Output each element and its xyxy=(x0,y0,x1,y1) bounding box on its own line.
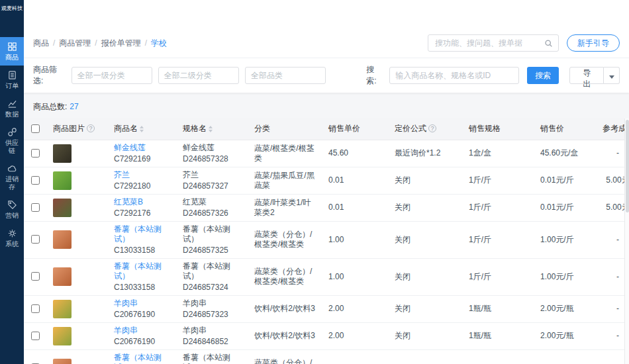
vertical-scrollbar[interactable] xyxy=(624,118,629,364)
help-icon[interactable]: ? xyxy=(87,124,95,132)
product-thumbnail[interactable] xyxy=(53,267,72,286)
breadcrumb-item[interactable]: 商品管理 xyxy=(59,38,91,48)
orders-icon xyxy=(7,70,17,80)
export-dropdown-button[interactable] xyxy=(604,67,620,84)
product-thumbnail[interactable] xyxy=(53,144,72,163)
unit-price-cell: 1.00 xyxy=(322,221,388,258)
product-code: C20676190 xyxy=(114,337,169,347)
select-all-checkbox[interactable] xyxy=(31,124,40,133)
table-row: 番薯（本站测试）C13033158番薯（本站测试）D246857325蔬菜类（分… xyxy=(24,221,629,258)
sale-spec-cell: 1斤/斤 xyxy=(462,167,534,194)
product-thumbnail[interactable] xyxy=(53,327,72,345)
guide-button[interactable]: 新手引导 xyxy=(567,34,620,52)
pricing-formula-cell: 关闭 xyxy=(388,167,462,194)
product-thumbnail[interactable] xyxy=(53,230,72,249)
product-name-link[interactable]: 羊肉串 xyxy=(114,298,169,308)
pricing-formula-cell: 最近询价*1.2 xyxy=(388,140,462,167)
unit-price-cell: 1.00 xyxy=(322,349,388,364)
unit-price-cell: 45.60 xyxy=(322,140,388,167)
column-label: 销售单价 xyxy=(328,124,360,133)
row-checkbox[interactable] xyxy=(31,176,40,185)
column-header-image: 商品图片? xyxy=(46,118,107,140)
column-label: 分类 xyxy=(254,124,270,133)
breadcrumb-item[interactable]: 商品 xyxy=(33,38,49,48)
sale-price-cell: 1.00元/斤 xyxy=(534,349,596,364)
breadcrumb-item[interactable]: 学校 xyxy=(151,38,167,48)
app-logo: 观麦科技 xyxy=(0,0,24,15)
category-cell: 蔬菜/茄果瓜豆/黑蔬菜 xyxy=(248,167,322,194)
category2-select[interactable]: 全部二级分类 xyxy=(158,67,239,84)
column-header-spec[interactable]: 规格名 xyxy=(176,118,248,140)
category-cell: 饮料/饮料2/饮料3 xyxy=(248,295,322,322)
export-button[interactable]: 导出 xyxy=(569,67,604,84)
sale-spec-cell: 1斤/斤 xyxy=(462,221,534,258)
product-name-link[interactable]: 番薯（本站测试） xyxy=(114,261,169,281)
spec-name: 芥兰 xyxy=(183,170,241,180)
category3-select[interactable]: 全部品类 xyxy=(245,67,326,84)
topbar-right: 新手引导 xyxy=(428,34,620,52)
product-name-link[interactable]: 红苋菜B xyxy=(114,197,169,207)
row-checkbox[interactable] xyxy=(31,272,40,281)
global-search-box[interactable] xyxy=(428,34,559,52)
system-icon xyxy=(7,228,17,238)
breadcrumb-item[interactable]: 报价单管理 xyxy=(101,38,141,48)
row-checkbox[interactable] xyxy=(31,203,40,212)
spec-code: D246857327 xyxy=(183,181,241,191)
column-label: 销售规格 xyxy=(469,124,501,133)
category-cell: 蔬菜类（分仓）/根茎类/根茎类 xyxy=(248,221,322,258)
product-name-link[interactable]: 鲜金线莲 xyxy=(114,143,169,153)
spec-code: D246857328 xyxy=(183,154,241,164)
supply-chain-icon xyxy=(7,127,17,137)
sidebar-item-data[interactable]: 数据 xyxy=(0,94,24,122)
product-thumbnail[interactable] xyxy=(53,300,72,318)
sidebar-item-products[interactable]: 商品 xyxy=(0,37,24,66)
global-search-input[interactable] xyxy=(434,38,544,48)
unit-price-cell: 1.00 xyxy=(322,258,388,295)
unit-price-cell: 2.00 xyxy=(322,295,388,322)
product-thumbnail[interactable] xyxy=(53,199,72,217)
column-label: 规格名 xyxy=(183,124,207,133)
summary-bar: 商品总数:27 xyxy=(24,93,629,118)
sale-spec-cell: 1斤/斤 xyxy=(462,258,534,295)
sidebar: 观麦科技 商品订单数据供应链进销存营销系统 xyxy=(0,0,24,364)
row-checkbox[interactable] xyxy=(31,235,40,244)
product-table-wrap: 商品图片?商品名规格名分类销售单价定价公式?销售规格销售价参考成 鲜金线莲C72… xyxy=(24,118,629,364)
sort-icon[interactable] xyxy=(140,126,144,132)
sidebar-item-system[interactable]: 系统 xyxy=(0,224,24,252)
table-row: 芥兰C7292180芥兰D246857327蔬菜/茄果瓜豆/黑蔬菜0.01关闭1… xyxy=(24,167,629,194)
pricing-formula-cell: 关闭 xyxy=(388,221,462,258)
column-header-category: 分类 xyxy=(248,118,322,140)
sort-icon[interactable] xyxy=(209,126,213,132)
row-checkbox[interactable] xyxy=(31,332,40,340)
sidebar-item-supply-chain[interactable]: 供应链 xyxy=(0,122,24,159)
category1-select[interactable]: 全部一级分类 xyxy=(72,67,152,84)
search-button[interactable]: 搜索 xyxy=(527,67,559,84)
column-header-name[interactable]: 商品名 xyxy=(107,118,176,140)
main-content: 商品/商品管理/报价单管理/学校 新手引导 商品筛选: 全部一级分类 全部二级分… xyxy=(24,0,629,364)
product-name-link[interactable]: 番薯（本站测试） xyxy=(114,353,169,364)
filter-bar: 商品筛选: 全部一级分类 全部二级分类 全部品类 搜索: 搜索 导出 xyxy=(24,58,629,93)
product-thumbnail[interactable] xyxy=(53,359,72,364)
product-name-link[interactable]: 芥兰 xyxy=(114,170,169,180)
marketing-icon xyxy=(7,200,17,210)
breadcrumb-separator: / xyxy=(53,38,55,48)
sidebar-item-label: 供应链 xyxy=(4,139,20,155)
sidebar-item-orders[interactable]: 订单 xyxy=(0,66,24,94)
row-checkbox[interactable] xyxy=(31,304,40,313)
help-icon[interactable]: ? xyxy=(428,124,436,132)
breadcrumb-separator: / xyxy=(145,38,147,48)
sidebar-item-inventory[interactable]: 进销存 xyxy=(0,159,24,195)
product-name-link[interactable]: 番薯（本站测试） xyxy=(114,224,169,244)
sale-price-cell: 0.01元/斤 xyxy=(534,167,596,194)
scrollbar-thumb[interactable] xyxy=(626,120,629,212)
sale-price-cell: 0.01元/斤 xyxy=(534,194,596,221)
product-name-link[interactable]: 羊肉串 xyxy=(114,326,169,336)
sidebar-item-marketing[interactable]: 营销 xyxy=(0,195,24,224)
product-thumbnail[interactable] xyxy=(53,171,72,190)
row-checkbox[interactable] xyxy=(31,149,40,158)
search-icon[interactable] xyxy=(544,39,553,48)
product-search-input[interactable] xyxy=(389,67,519,84)
spec-code: D246857326 xyxy=(183,208,241,218)
chevron-down-icon xyxy=(609,75,614,79)
sale-spec-cell: 1瓶/瓶 xyxy=(462,295,534,322)
